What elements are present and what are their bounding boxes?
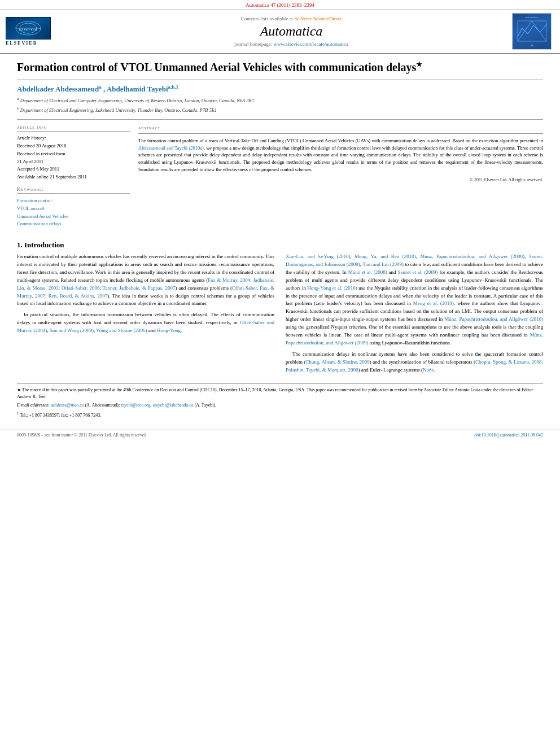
homepage-link[interactable]: www.elsevier.com/locate/automatica — [274, 41, 348, 47]
keyword-1: Formation control — [17, 197, 130, 205]
affil-b-text: Department of Electrical Engineering, La… — [20, 107, 217, 113]
abstract-text: The formation control problem of a team … — [138, 137, 543, 173]
svg-text:ELSEVIER: ELSEVIER — [19, 28, 37, 31]
footnote-area: ★ The material in this paper was partial… — [17, 383, 543, 419]
keyword-3: Unmanned Aerial Vehicles — [17, 213, 130, 221]
affiliation-a: a Department of Electrical and Computer … — [17, 96, 543, 104]
author1-name: Abdelkader Abdessameud — [17, 85, 99, 93]
contents-line: Contents lists available at SciVerse Sci… — [73, 16, 509, 21]
homepage-label: journal homepage: — [234, 41, 272, 47]
section-1-title: Introduction — [24, 241, 64, 249]
paper-title: Formation control of VTOL Unmanned Aeria… — [17, 60, 543, 80]
elsevier-logo-box: ELSEVIER — [6, 17, 51, 40]
body-col-left: Formation control of multiple autonomous… — [17, 253, 274, 378]
intro-para-1: Formation control of multiple autonomous… — [17, 253, 274, 308]
journal-citation-bar: Automatica 47 (2011) 2383–2394 — [0, 0, 560, 10]
intro-para-4: The communication delays in nonlinear sy… — [286, 351, 543, 374]
history-received: Received 20 August 2010 — [17, 142, 130, 150]
section-1-num: 1. — [17, 241, 23, 249]
affiliations: a Department of Electrical and Computer … — [17, 96, 543, 113]
body-two-column: Formation control of multiple autonomous… — [17, 253, 543, 378]
author2-name: , Abdelhamid Tayebi — [103, 85, 168, 93]
body-col-right: Xun-Lin, and Si-Ying (2010), Meng, Yu, a… — [286, 253, 543, 378]
history-online: Available online 21 September 2011 — [17, 173, 130, 181]
intro-para-2: In practical situations, the information… — [17, 311, 274, 335]
article-history: Article history: Received 20 August 2010… — [17, 135, 130, 181]
automatica-logo-area: automatica ⊕ — [509, 13, 554, 50]
footnote-tel: 1 Tel.: +1 807 3438597; fax: +1 807 766 … — [17, 410, 543, 419]
keywords-section: Formation control VTOL aircraft Unmanned… — [17, 197, 130, 228]
bottom-doi[interactable]: doi:10.1016/j.automatica.2011.08.042 — [474, 433, 543, 438]
copyright-line: © 2011 Elsevier Ltd. All rights reserved… — [138, 177, 543, 184]
keyword-4: Communication delays — [17, 220, 130, 228]
abstract-label: abstract — [138, 124, 543, 134]
title-text: Formation control of VTOL Unmanned Aeria… — [17, 61, 416, 73]
journal-header: ELSEVIER ELSEVIER Contents lists availab… — [0, 10, 560, 54]
main-content: Formation control of VTOL Unmanned Aeria… — [0, 54, 560, 426]
article-info-column: article info Article history: Received 2… — [17, 120, 130, 233]
authors-line: Abdelkader Abdessameuda , Abdelhamid Tay… — [17, 84, 543, 94]
footnote-star: ★ The material in this paper was partial… — [17, 387, 543, 400]
article-info-abstract-section: article info Article history: Received 2… — [17, 119, 543, 233]
elsevier-wordmark: ELSEVIER — [6, 41, 37, 46]
journal-homepage-line: journal homepage: www.elsevier.com/locat… — [73, 41, 509, 47]
automatica-logo: automatica ⊕ — [512, 13, 552, 50]
keywords-label: Keywords: — [17, 186, 130, 194]
intro-para-3: Xun-Lin, and Si-Ying (2010), Meng, Yu, a… — [286, 253, 543, 347]
footnote-email: E-mail addresses: aabdessa@uwo.ca (A. Ab… — [17, 402, 543, 409]
section-1-heading: 1. Introduction — [17, 241, 543, 250]
affil-a-text: Department of Electrical and Computer En… — [20, 98, 255, 103]
history-accepted: Accepted 6 May 2011 — [17, 165, 130, 173]
author2-sup: a,b,1 — [168, 84, 179, 90]
title-star: ★ — [416, 60, 422, 68]
history-title: Article history: — [17, 135, 130, 141]
elsevier-logo-area: ELSEVIER ELSEVIER — [6, 17, 73, 46]
abstract-column: abstract The formation control problem o… — [138, 120, 543, 233]
author1-sup: a — [99, 84, 102, 90]
history-revised-date: 21 April 2011 — [17, 158, 130, 166]
elsevier-logo: ELSEVIER ELSEVIER — [6, 17, 73, 46]
article-info-label: article info — [17, 124, 130, 132]
keyword-2: VTOL aircraft — [17, 205, 130, 213]
journal-header-center: Contents lists available at SciVerse Sci… — [73, 16, 509, 47]
doi-link[interactable]: doi:10.1016/j.automatica.2011.08.042 — [474, 433, 543, 438]
bottom-bar: 0005-1098/$ – see front matter © 2011 El… — [0, 430, 560, 440]
affiliation-b: b Department of Electrical Engineering, … — [17, 106, 543, 114]
svg-rect-4 — [518, 21, 546, 41]
bottom-copyright: 0005-1098/$ – see front matter © 2011 El… — [17, 433, 147, 438]
journal-title: Automatica — [73, 24, 509, 39]
history-revised-label: Received in revised form — [17, 150, 130, 158]
contents-text: Contents lists available at — [241, 16, 293, 21]
sciverse-link[interactable]: SciVerse ScienceDirect — [294, 16, 342, 21]
journal-citation: Automatica 47 (2011) 2383–2394 — [246, 2, 314, 8]
